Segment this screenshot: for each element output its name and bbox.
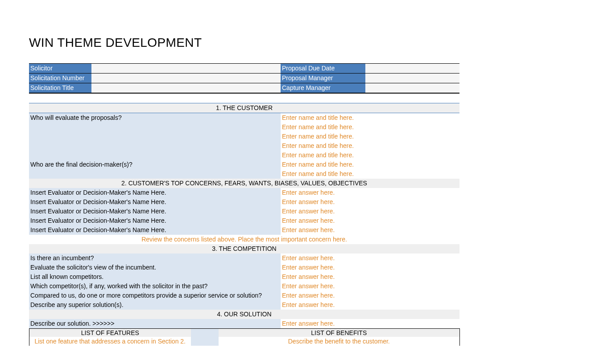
value-solicitor[interactable] — [91, 64, 281, 74]
s3-q: List all known competitors. — [29, 272, 281, 282]
s1-q1: Who will evaluate the proposals? — [29, 113, 281, 123]
s1-q1-cont — [29, 132, 281, 141]
s1-q2: Who are the final decision-maker(s)? — [29, 160, 281, 169]
header-table: Solicitor Proposal Due Date Solicitation… — [29, 63, 459, 328]
value-solicitation-number[interactable] — [91, 74, 281, 83]
s2-name[interactable]: Insert Evaluator or Decision-Maker's Nam… — [29, 197, 281, 207]
s1-q2-entry[interactable]: Enter name and title here. — [281, 160, 459, 169]
section-4-title: 4. OUR SOLUTION — [29, 310, 459, 319]
s3-q: Evaluate the solicitor's view of the inc… — [29, 263, 281, 272]
label-proposal-manager: Proposal Manager — [281, 74, 365, 83]
label-capture-manager: Capture Manager — [281, 83, 365, 94]
label-solicitation-title: Solicitation Title — [29, 83, 91, 94]
benefits-header: LIST OF BENEFITS — [219, 329, 460, 337]
s4-desc-q: Describe our solution. >>>>>> — [29, 319, 281, 328]
s1-q1-entry[interactable]: Enter name and title here. — [281, 141, 459, 151]
s2-name[interactable]: Insert Evaluator or Decision-Maker's Nam… — [29, 225, 281, 235]
s2-name[interactable]: Insert Evaluator or Decision-Maker's Nam… — [29, 188, 281, 197]
s1-q1-entry[interactable]: Enter name and title here. — [281, 113, 459, 123]
fb-gap-head — [191, 329, 219, 337]
s2-name[interactable]: Insert Evaluator or Decision-Maker's Nam… — [29, 207, 281, 216]
s3-a[interactable]: Enter answer here. — [281, 254, 459, 263]
label-proposal-due-date: Proposal Due Date — [281, 64, 365, 74]
s2-answer[interactable]: Enter answer here. — [281, 225, 459, 235]
s3-q: Describe any superior solution(s). — [29, 300, 281, 310]
label-solicitation-number: Solicitation Number — [29, 74, 91, 83]
s1-q1-entry[interactable]: Enter name and title here. — [281, 132, 459, 141]
page-title: WIN THEME DEVELOPMENT — [29, 36, 600, 50]
s1-q1-cont — [29, 141, 281, 151]
s1-q2-entry[interactable]: Enter name and title here. — [281, 169, 459, 179]
label-solicitor: Solicitor — [29, 64, 91, 74]
value-proposal-manager[interactable] — [365, 74, 459, 83]
benefit-entry[interactable]: Describe the benefit to the customer. — [219, 337, 460, 346]
section-1-title: 1. THE CUSTOMER — [29, 103, 459, 113]
s3-a[interactable]: Enter answer here. — [281, 300, 459, 310]
s3-q: Is there an incumbent? — [29, 254, 281, 263]
section-3-title: 3. THE COMPETITION — [29, 244, 459, 254]
value-proposal-due-date[interactable] — [365, 64, 459, 74]
section-2-title: 2. CUSTOMER'S TOP CONCERNS, FEARS, WANTS… — [29, 179, 459, 188]
s1-q1-entry[interactable]: Enter name and title here. — [281, 123, 459, 132]
s3-a[interactable]: Enter answer here. — [281, 282, 459, 291]
s4-desc-a[interactable]: Enter answer here. — [281, 319, 459, 328]
s1-q1-cont — [29, 151, 281, 160]
fb-gap — [191, 337, 219, 346]
value-solicitation-title[interactable] — [91, 83, 281, 94]
features-benefits-table: LIST OF FEATURES LIST OF BENEFITS List o… — [29, 328, 460, 346]
s1-q2-cont — [29, 169, 281, 179]
s3-q: Compared to us, do one or more competito… — [29, 291, 281, 300]
s3-a[interactable]: Enter answer here. — [281, 272, 459, 282]
s3-a[interactable]: Enter answer here. — [281, 263, 459, 272]
s2-answer[interactable]: Enter answer here. — [281, 197, 459, 207]
s2-answer[interactable]: Enter answer here. — [281, 188, 459, 197]
feature-entry[interactable]: List one feature that addresses a concer… — [29, 337, 191, 346]
s2-answer[interactable]: Enter answer here. — [281, 216, 459, 225]
s2-name[interactable]: Insert Evaluator or Decision-Maker's Nam… — [29, 216, 281, 225]
s1-q1-cont — [29, 123, 281, 132]
s2-answer[interactable]: Enter answer here. — [281, 207, 459, 216]
s2-review-note: Review the concerns listed above. Place … — [29, 235, 459, 244]
value-capture-manager[interactable] — [365, 83, 459, 94]
s3-a[interactable]: Enter answer here. — [281, 291, 459, 300]
s1-q1-entry[interactable]: Enter name and title here. — [281, 151, 459, 160]
features-header: LIST OF FEATURES — [29, 329, 191, 337]
s3-q: Which competitor(s), if any, worked with… — [29, 282, 281, 291]
